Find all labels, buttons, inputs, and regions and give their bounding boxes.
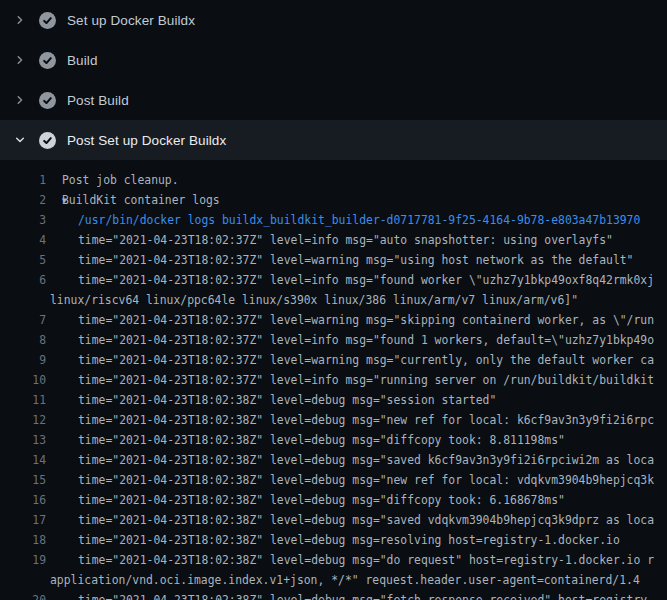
line-number[interactable]: 13 [0,433,46,447]
line-number[interactable]: 10 [0,373,46,387]
log-text: time="2021-04-23T18:02:37Z" level=info m… [46,273,654,287]
line-number[interactable]: 18 [0,533,46,547]
log-line: 7 ▼ time="2021-04-23T18:02:37Z" level=wa… [0,310,667,330]
line-number[interactable]: 4 [0,233,46,247]
line-number[interactable]: 20 [0,593,46,600]
log-text: time="2021-04-23T18:02:38Z" level=debug … [46,453,654,467]
success-check-circle-icon [39,92,56,109]
line-number[interactable]: 6 [0,273,46,287]
log-line: 12 ▼ time="2021-04-23T18:02:38Z" level=d… [0,410,667,430]
step-label: Post Set up Docker Buildx [67,133,226,148]
line-number[interactable]: 1 [0,173,46,187]
log-line: 5 ▼ time="2021-04-23T18:02:37Z" level=wa… [0,250,667,270]
log-line: 14 ▼ time="2021-04-23T18:02:38Z" level=d… [0,450,667,470]
log-line: 18 ▼ time="2021-04-23T18:02:38Z" level=d… [0,530,667,550]
log-text: time="2021-04-23T18:02:38Z" level=debug … [46,553,654,567]
line-number[interactable]: 14 [0,453,46,467]
line-number[interactable]: 2 [0,193,46,207]
log-line: 15 ▼ time="2021-04-23T18:02:38Z" level=d… [0,470,667,490]
line-number[interactable]: 16 [0,493,46,507]
log-line: 1 ▼ Post job cleanup. [0,170,667,190]
line-number[interactable]: 3 [0,213,46,227]
log-text: time="2021-04-23T18:02:37Z" level=warnin… [46,253,633,267]
log-text: BuildKit container logs [62,193,220,207]
log-text: time="2021-04-23T18:02:37Z" level=warnin… [46,353,654,367]
step-label: Set up Docker Buildx [67,13,195,28]
step-row[interactable]: Build [0,40,667,80]
log-text: time="2021-04-23T18:02:37Z" level=info m… [46,233,613,247]
step-label: Build [67,53,98,68]
step-row[interactable]: Post Build [0,80,667,120]
log-line: 11 ▼ time="2021-04-23T18:02:38Z" level=d… [0,390,667,410]
line-number[interactable]: 7 [0,313,46,327]
log-text: time="2021-04-23T18:02:38Z" level=debug … [46,473,654,487]
log-text: linux/riscv64 linux/ppc64le linux/s390x … [46,293,578,307]
log-line: 19 ▼ time="2021-04-23T18:02:38Z" level=d… [0,550,667,570]
chevron-icon[interactable] [12,52,28,68]
step-label: Post Build [67,93,129,108]
line-number[interactable]: 9 [0,353,46,367]
log-line: 2 ▼ BuildKit container logs [0,190,667,210]
log-line: 10 ▼ time="2021-04-23T18:02:37Z" level=i… [0,370,667,390]
line-number[interactable]: 5 [0,253,46,267]
log-line: 4 ▼ time="2021-04-23T18:02:37Z" level=in… [0,230,667,250]
line-number[interactable]: 17 [0,513,46,527]
chevron-right-icon [13,53,27,67]
success-check-circle-icon [39,132,56,149]
chevron-icon[interactable] [12,12,28,28]
log-viewer: 1 ▼ Post job cleanup. 2 ▼ BuildKit conta… [0,160,667,600]
log-text: time="2021-04-23T18:02:37Z" level=info m… [46,373,654,387]
log-text: Post job cleanup. [46,173,179,187]
log-text: time="2021-04-23T18:02:37Z" level=info m… [46,333,654,347]
job-steps-list: Set up Docker Buildx Build Post Build Po… [0,0,667,160]
step-row[interactable]: Post Set up Docker Buildx [0,120,667,160]
line-number[interactable]: 12 [0,413,46,427]
chevron-icon[interactable] [12,132,28,148]
log-line: 8 ▼ time="2021-04-23T18:02:37Z" level=in… [0,330,667,350]
log-line: ▼ application/vnd.oci.image.index.v1+jso… [0,570,667,590]
log-line: 9 ▼ time="2021-04-23T18:02:37Z" level=wa… [0,350,667,370]
log-line: ▼ linux/riscv64 linux/ppc64le linux/s390… [0,290,667,310]
log-line: 3 ▼ /usr/bin/docker logs buildx_buildkit… [0,210,667,230]
log-line: 13 ▼ time="2021-04-23T18:02:38Z" level=d… [0,430,667,450]
log-line: 6 ▼ time="2021-04-23T18:02:37Z" level=in… [0,270,667,290]
log-text: time="2021-04-23T18:02:38Z" level=debug … [46,413,654,427]
chevron-right-icon [13,13,27,27]
chevron-icon[interactable] [12,92,28,108]
log-text: application/vnd.oci.image.index.v1+json,… [46,573,640,587]
log-text: time="2021-04-23T18:02:38Z" level=debug … [46,433,565,447]
log-text: time="2021-04-23T18:02:38Z" level=debug … [46,593,654,600]
group-disclosure-triangle-icon[interactable]: ▼ [46,196,62,205]
step-row[interactable]: Set up Docker Buildx [0,0,667,40]
success-check-circle-icon [39,52,56,69]
log-line: 17 ▼ time="2021-04-23T18:02:38Z" level=d… [0,510,667,530]
line-number[interactable]: 8 [0,333,46,347]
chevron-right-icon [13,93,27,107]
log-text: time="2021-04-23T18:02:38Z" level=debug … [46,533,620,547]
chevron-down-icon [13,133,27,147]
log-line: 16 ▼ time="2021-04-23T18:02:38Z" level=d… [0,490,667,510]
line-number[interactable]: 19 [0,553,46,567]
log-text: time="2021-04-23T18:02:38Z" level=debug … [46,393,496,407]
log-text: time="2021-04-23T18:02:37Z" level=warnin… [46,313,654,327]
success-check-circle-icon [39,12,56,29]
log-text: time="2021-04-23T18:02:38Z" level=debug … [46,513,654,527]
log-text: time="2021-04-23T18:02:38Z" level=debug … [46,493,565,507]
log-line: 20 ▼ time="2021-04-23T18:02:38Z" level=d… [0,590,667,600]
line-number[interactable]: 15 [0,473,46,487]
line-number[interactable]: 11 [0,393,46,407]
log-text: /usr/bin/docker logs buildx_buildkit_bui… [46,213,640,227]
